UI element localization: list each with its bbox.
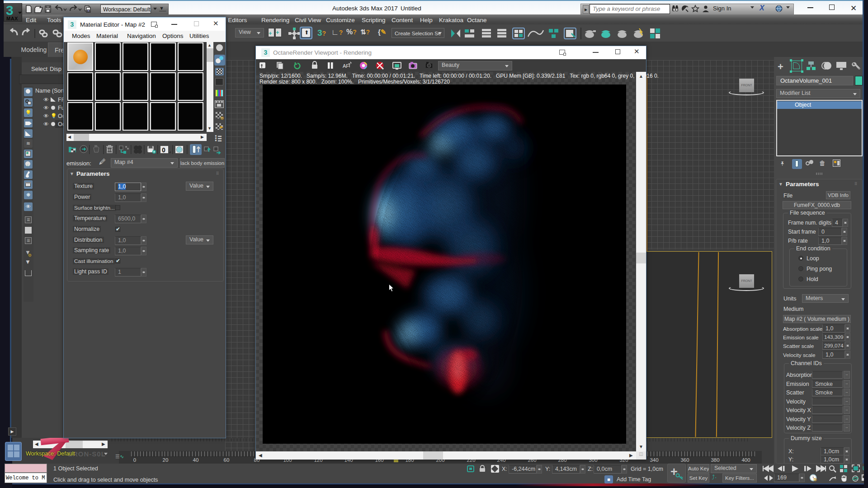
svg-text:0: 0 — [162, 146, 165, 154]
svg-text:AF: AF — [343, 63, 349, 69]
